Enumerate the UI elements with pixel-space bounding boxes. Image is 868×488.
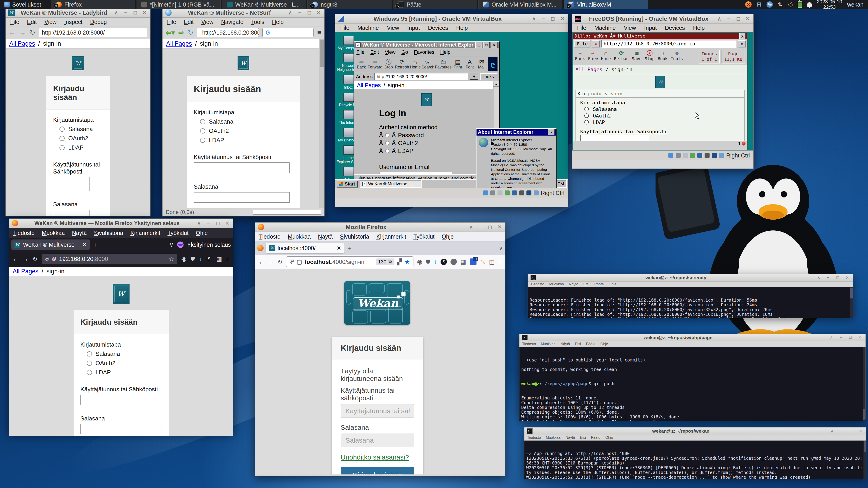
reload-icon[interactable]: ↻	[188, 29, 193, 37]
menu-item[interactable]: Input	[407, 25, 420, 31]
menu-item[interactable]: Pääte	[594, 282, 604, 286]
stop-button[interactable]: ⓧStop	[645, 50, 654, 61]
search-button[interactable]: ○⌐Search	[422, 59, 434, 70]
menu-item[interactable]: File	[10, 19, 19, 25]
password-input[interactable]	[81, 424, 161, 434]
volume-icon[interactable]: ◁)	[787, 2, 793, 7]
menu-item[interactable]: Tiedosto	[527, 435, 541, 440]
shade-button[interactable]: ∧	[829, 429, 835, 433]
netsurf-titlebar[interactable]: WeKan ® Multiverse - NetSurf ∧−□✕	[162, 8, 324, 18]
bookmark-star-icon[interactable]: ☆	[169, 256, 174, 263]
tab-localhost[interactable]: W localhost:4000/ ✕	[266, 243, 344, 253]
taskbar-window-button[interactable]: *[Nimetön]-1.0 (RGB-vä...	[136, 0, 221, 9]
refresh-button[interactable]: ⟳Refresh	[395, 59, 409, 70]
close-button[interactable]: x	[739, 33, 745, 39]
shade-button[interactable]: ∧	[531, 15, 537, 22]
account-icon[interactable]: ◉	[417, 258, 422, 265]
menu-item[interactable]: Edit	[184, 19, 193, 25]
close-button[interactable]: ×	[548, 129, 555, 135]
menu-item[interactable]: Näytä	[561, 342, 570, 346]
auth-method-option[interactable]: OAuth2	[200, 127, 293, 134]
menu-item[interactable]: Input	[644, 25, 657, 31]
password-input[interactable]	[341, 433, 414, 447]
hp-tool-icon[interactable]: hp	[767, 1, 773, 8]
shade-button[interactable]: ∧	[829, 335, 834, 340]
username-input[interactable]	[194, 162, 289, 173]
scrollbar[interactable]	[863, 347, 866, 421]
bookmark-star-icon[interactable]: ★	[404, 258, 410, 266]
close-button[interactable]: ✕	[844, 275, 850, 280]
download-icon[interactable]: ↓	[434, 258, 437, 265]
username-input[interactable]	[53, 177, 90, 191]
address-dropdown[interactable]: ▼	[470, 74, 478, 80]
menu-item[interactable]: Tiedosto	[522, 342, 536, 346]
menu-item[interactable]: Muokkaa	[546, 435, 561, 440]
all-pages-link[interactable]: All Pages	[9, 40, 35, 47]
close-button[interactable]: ✕	[142, 9, 148, 16]
maximize-button[interactable]: □	[306, 9, 312, 16]
taskbar-window-button[interactable]: VirtualBoxVM 2	[564, 0, 648, 9]
win95-vm-screen[interactable]: My Computer Network Neighborhood Inbox R…	[335, 32, 568, 188]
tools-button[interactable]: ⚒Tools	[671, 50, 683, 61]
home-button[interactable]: ⌂Home	[601, 50, 611, 61]
close-button[interactable]: ✕	[316, 9, 322, 16]
zoom-level-badge[interactable]: 130 %	[376, 258, 395, 265]
menu-item[interactable]: Tiedosto	[259, 233, 281, 240]
new-tab-button[interactable]: ＋	[347, 244, 352, 252]
maximize-button[interactable]: □	[483, 42, 490, 48]
radio-icon[interactable]	[584, 107, 589, 111]
scrollbar-thumb[interactable]	[864, 442, 866, 452]
tab-close-icon[interactable]: ✕	[337, 245, 341, 252]
menu-item[interactable]: Tiedosto	[530, 282, 544, 286]
account-icon[interactable]: ◉	[181, 256, 186, 263]
pencil-icon[interactable]: ✎	[480, 258, 485, 266]
shade-button[interactable]: ∧	[468, 224, 474, 230]
menu-item[interactable]: Pääte	[591, 435, 600, 440]
menu-item[interactable]: View	[201, 19, 213, 25]
menu-item[interactable]: Näytä	[72, 230, 87, 236]
search-input[interactable]: G	[262, 28, 313, 37]
menu-item[interactable]: File	[340, 25, 349, 31]
minimize-button[interactable]: −	[540, 15, 546, 22]
menu-item[interactable]: Muokkaa	[541, 342, 556, 346]
taskbar-window-button[interactable]: Firefox 3	[51, 0, 135, 9]
auth-method-option[interactable]: OAuth2	[584, 113, 740, 119]
download-icon[interactable]: ↓	[199, 256, 202, 263]
menu-item[interactable]: Edit	[27, 19, 37, 25]
mail-button[interactable]: ✉Mail	[476, 59, 487, 70]
menu-item[interactable]: File	[167, 19, 176, 25]
username-input[interactable]	[341, 404, 414, 418]
menu-item[interactable]: Sivuhistoria	[94, 230, 123, 236]
all-pages-link[interactable]: All Pages	[13, 268, 38, 275]
all-pages-link[interactable]: All Pages	[576, 67, 602, 72]
firefox-titlebar[interactable]: Mozilla Firefox ∧−□✕	[255, 223, 505, 232]
bookmarks-button[interactable]: ▯Book	[658, 50, 668, 61]
maximize-button[interactable]: □	[835, 275, 841, 280]
taskbar-window-button[interactable]: Oracle VM VirtualBox M...	[478, 0, 562, 9]
reload-icon[interactable]: ↻	[33, 256, 37, 263]
close-button[interactable]: ✕	[559, 15, 565, 22]
reload-icon[interactable]: ↻	[278, 258, 283, 265]
network-traffic-icon[interactable]: ⇅	[778, 1, 782, 8]
menu-item[interactable]: Työkalut	[413, 233, 434, 240]
radio-icon[interactable]	[59, 145, 65, 150]
username-input[interactable]	[580, 135, 649, 141]
address-input[interactable]: http://192.168.0.20:8000/	[374, 73, 468, 80]
username-input[interactable]	[81, 395, 161, 405]
username-input[interactable]	[379, 172, 452, 174]
bug-meter-icon[interactable]	[742, 142, 745, 145]
stop-button[interactable]: ⓧStop	[383, 59, 395, 70]
notifications-bell-icon[interactable]	[807, 2, 812, 7]
terminal-output[interactable]: => App running at: http://localhost:4000…	[524, 441, 866, 479]
scrollbar[interactable]	[850, 287, 853, 318]
scrollbar[interactable]	[864, 441, 866, 479]
auth-method-option[interactable]: LDAP	[59, 144, 103, 151]
menu-item[interactable]: Tiedosto	[13, 230, 35, 236]
menu-item[interactable]: Help	[693, 25, 705, 31]
taskbar-window-button[interactable]: nsgtk3 2	[307, 0, 392, 9]
list-tabs-chevron-icon[interactable]: ∨	[169, 241, 174, 248]
favorites-button[interactable]: 🗀Favorites	[435, 59, 452, 70]
auth-method-option[interactable]: Salasana	[87, 350, 162, 357]
scrollbar-thumb[interactable]	[850, 288, 852, 298]
extensions-puzzle-icon[interactable]: ▦	[216, 256, 222, 263]
